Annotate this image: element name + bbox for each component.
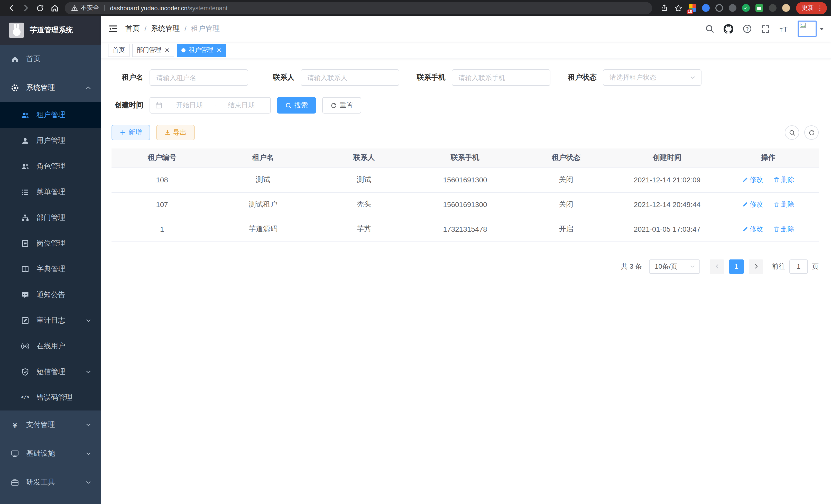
github-icon[interactable] — [719, 24, 738, 34]
sidebar-item-sms[interactable]: 短信管理 — [0, 359, 101, 385]
help-icon[interactable]: ? — [738, 24, 756, 33]
status-select[interactable]: 请选择租户状态 — [603, 69, 701, 86]
edit-link[interactable]: 修改 — [742, 200, 763, 209]
sidebar-item-audit-log[interactable]: 审计日志 — [0, 308, 101, 333]
delete-link[interactable]: 删除 — [773, 200, 794, 209]
delete-link[interactable]: 删除 — [773, 175, 794, 184]
close-icon[interactable]: ✕ — [165, 47, 170, 53]
breadcrumb-separator: / — [144, 25, 146, 33]
sidebar-item-dept[interactable]: 部门管理 — [0, 205, 101, 231]
sidebar-item-error-code[interactable]: </> 错误码管理 — [0, 385, 101, 411]
bookmark-star-icon[interactable] — [672, 1, 685, 14]
browser-forward-icon[interactable] — [19, 1, 33, 14]
app-logo[interactable]: 芋道管理系统 — [0, 16, 101, 45]
page-size-value: 10条/页 — [655, 262, 677, 271]
browser-back-icon[interactable] — [4, 1, 19, 14]
sidebar-item-user[interactable]: 用户管理 — [0, 128, 101, 154]
delete-link[interactable]: 删除 — [773, 225, 794, 234]
browser-home-icon[interactable] — [47, 1, 62, 14]
search-icon[interactable] — [700, 24, 719, 33]
col-phone: 联系手机 — [414, 148, 515, 168]
sidebar-item-role[interactable]: 角色管理 — [0, 154, 101, 179]
sidebar-item-menu[interactable]: 菜单管理 — [0, 179, 101, 205]
toggle-search-button[interactable] — [785, 125, 799, 140]
fullscreen-icon[interactable] — [756, 24, 774, 33]
browser-reload-icon[interactable] — [33, 1, 47, 14]
edit-link[interactable]: 修改 — [742, 175, 763, 184]
breadcrumb-home[interactable]: 首页 — [125, 24, 140, 33]
search-button[interactable]: 搜索 — [277, 97, 316, 114]
add-button[interactable]: 新增 — [112, 125, 150, 140]
sidebar-item-system[interactable]: 系统管理 — [0, 73, 101, 102]
extension-icon[interactable] — [699, 1, 712, 14]
sidebar-item-payment[interactable]: ¥ 支付管理 — [0, 411, 101, 439]
user-menu[interactable] — [798, 21, 824, 37]
monitor-icon — [10, 449, 20, 458]
page-number-current[interactable]: 1 — [729, 259, 744, 274]
sidebar-toggle-icon[interactable] — [101, 16, 125, 41]
site-security[interactable]: 不安全 — [71, 4, 99, 12]
kebab-menu-icon[interactable]: ⋮ — [816, 5, 823, 11]
export-button[interactable]: 导出 — [156, 125, 195, 140]
extension-icon[interactable] — [713, 1, 725, 14]
extension-icon[interactable] — [753, 1, 765, 14]
sidebar-item-post[interactable]: 岗位管理 — [0, 231, 101, 256]
sidebar-item-online-user[interactable]: 在线用户 — [0, 333, 101, 359]
sidebar-item-label: 基础设施 — [26, 449, 55, 458]
sidebar-item-home[interactable]: 首页 — [0, 45, 101, 73]
date-range-picker[interactable]: 开始日期 - 结束日期 — [149, 97, 271, 114]
sidebar-item-dev-tools[interactable]: 研发工具 — [0, 468, 101, 497]
cell-phone: 15601691300 — [414, 168, 515, 192]
tab-home[interactable]: 首页 — [108, 43, 130, 57]
breadcrumb-section[interactable]: 系统管理 — [151, 24, 180, 33]
goto-page-input[interactable] — [790, 259, 808, 274]
next-page-button[interactable] — [749, 259, 763, 274]
prev-page-button[interactable] — [710, 259, 724, 274]
sidebar-item-notice[interactable]: 通知公告 — [0, 282, 101, 308]
edit-link[interactable]: 修改 — [742, 225, 763, 234]
tab-dept[interactable]: 部门管理 ✕ — [132, 43, 174, 57]
sidebar-item-label: 错误码管理 — [36, 393, 73, 402]
table-row: 108 测试 测试 15601691300 关闭 2021-12-14 21:0… — [112, 168, 819, 192]
cell-phone: 15601691300 — [414, 192, 515, 217]
sidebar-item-infra[interactable]: 基础设施 — [0, 439, 101, 468]
refresh-button[interactable] — [804, 125, 819, 140]
page-size-select[interactable]: 10条/页 — [649, 259, 700, 274]
sidebar-item-tenant[interactable]: 租户管理 — [0, 102, 101, 128]
puzzle-extension-icon[interactable] — [766, 1, 779, 14]
close-icon[interactable]: ✕ — [217, 47, 222, 53]
address-bar[interactable]: 不安全 dashboard.yudao.iocoder.cn/system/te… — [65, 2, 652, 14]
extension-icon[interactable] — [780, 1, 792, 14]
extension-icon[interactable]: 10 — [686, 1, 698, 14]
font-size-icon[interactable]: TT — [774, 24, 794, 33]
tenant-name-input[interactable] — [149, 69, 248, 86]
reset-button[interactable]: 重置 — [322, 97, 361, 114]
sidebar-item-dict[interactable]: 字典管理 — [0, 256, 101, 282]
chevron-down-icon — [690, 264, 695, 269]
extension-icon[interactable]: ✓ — [740, 1, 752, 14]
cell-name: 芋道源码 — [212, 217, 314, 241]
phone-label: 联系手机 — [414, 73, 446, 82]
refresh-icon — [331, 102, 337, 109]
browser-toolbar: 不安全 dashboard.yudao.iocoder.cn/system/te… — [0, 0, 831, 16]
badge-icon — [21, 239, 30, 248]
update-label: 更新 — [802, 4, 814, 12]
filter-row-1: 租户名 联系人 联系手机 租户状态 请选择租户状态 — [112, 69, 819, 86]
sidebar-item-label: 用户管理 — [36, 136, 65, 145]
cell-id: 107 — [112, 192, 212, 217]
goto-label: 前往 — [772, 262, 785, 271]
chevron-down-icon — [85, 451, 91, 457]
extension-icon[interactable] — [726, 1, 739, 14]
share-icon[interactable] — [657, 1, 671, 14]
browser-update-button[interactable]: 更新 ⋮ — [796, 2, 827, 14]
tab-tenant[interactable]: 租户管理 ✕ — [177, 43, 226, 57]
col-created: 创建时间 — [617, 148, 718, 168]
cell-created: 2021-01-05 17:03:47 — [617, 217, 718, 241]
phone-input[interactable] — [452, 69, 550, 86]
sidebar-item-label: 角色管理 — [36, 162, 65, 171]
contact-input[interactable] — [300, 69, 399, 86]
security-label: 不安全 — [81, 4, 99, 12]
cell-created: 2021-12-14 21:02:09 — [617, 168, 718, 192]
logo-avatar — [9, 23, 24, 38]
sidebar-item-label: 菜单管理 — [36, 187, 65, 197]
